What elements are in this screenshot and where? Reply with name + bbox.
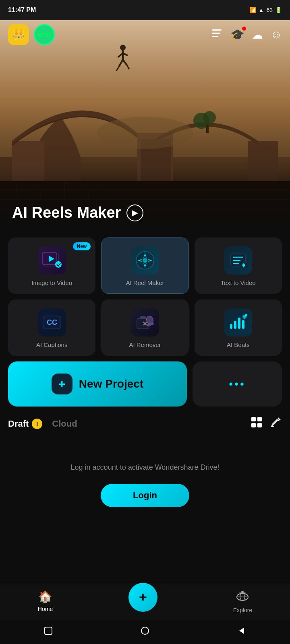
tool-label-ai-remover: AI Remover — [129, 341, 161, 348]
hero-title-text: AI Reels Maker — [12, 204, 121, 221]
crown-icon: 👑 — [12, 29, 25, 41]
svg-rect-60 — [234, 321, 236, 329]
hero-background — [0, 20, 290, 229]
menu-icon-button[interactable] — [210, 28, 223, 42]
explore-label: Explore — [233, 607, 252, 613]
tool-icon-image-to-video — [38, 246, 66, 275]
battery-label: 63 — [266, 7, 273, 13]
svg-point-73 — [241, 591, 244, 593]
explore-icon — [236, 589, 249, 605]
svg-point-38 — [55, 261, 62, 268]
tool-ai-beats[interactable]: AI Beats — [195, 299, 282, 356]
svg-rect-33 — [212, 36, 218, 37]
svg-rect-74 — [45, 627, 52, 634]
android-nav-bar — [0, 620, 290, 644]
svg-rect-32 — [212, 33, 220, 34]
nav-plus-icon: + — [139, 589, 147, 605]
tool-ai-captions[interactable]: CC AI Captions — [8, 299, 95, 356]
overlay-right-icons: 🎓 ☁ ☺ — [210, 28, 282, 42]
menu-lines-icon — [210, 28, 223, 39]
tool-ai-reel-maker[interactable]: AI Reel Maker — [101, 237, 188, 294]
profile-button[interactable]: ☺ — [270, 28, 282, 41]
timer-label: 02:51 — [37, 32, 51, 38]
nav-explore[interactable]: Explore — [233, 589, 252, 613]
wifi-icon: ▲ — [259, 7, 264, 13]
more-button[interactable]: ••• — [193, 361, 282, 407]
tool-icon-ai-remover — [131, 308, 159, 336]
status-right: 📶 ▲ 63 🔋 — [249, 7, 282, 13]
tools-grid: New Image to Video — [8, 237, 282, 356]
svg-marker-76 — [239, 627, 244, 634]
battery-icon: 🔋 — [275, 7, 282, 13]
tool-label-text-to-video: Text to Video — [221, 279, 255, 286]
tool-icon-ai-captions: CC — [38, 308, 66, 336]
status-bar: 11:47 PM 📶 ▲ 63 🔋 — [0, 0, 290, 20]
svg-rect-67 — [251, 423, 256, 427]
graduation-icon: 🎓 — [230, 29, 244, 41]
crown-button[interactable]: 👑 — [8, 24, 29, 45]
android-back-button[interactable] — [237, 626, 246, 638]
hero-illustration — [0, 20, 290, 229]
tool-label-image-to-video: Image to Video — [31, 279, 72, 286]
overlay-left-icons: 👑 02:51 — [8, 24, 55, 45]
tool-image-to-video[interactable]: New Image to Video — [8, 237, 95, 294]
home-label: Home — [38, 606, 53, 612]
tool-icon-ai-beats — [224, 308, 252, 336]
tool-icon-ai-reel-maker — [131, 246, 159, 275]
nav-create-button[interactable]: + — [128, 583, 157, 612]
svg-rect-65 — [251, 417, 256, 421]
notification-dot — [242, 27, 246, 31]
face-icon: ☺ — [270, 28, 282, 41]
login-message: Log in account to activate Wondershare D… — [71, 463, 220, 472]
login-area: Log in account to activate Wondershare D… — [8, 439, 282, 523]
status-time: 11:47 PM — [8, 6, 36, 14]
svg-rect-66 — [257, 417, 262, 421]
svg-rect-62 — [242, 320, 244, 329]
cloud-icon: ☁ — [252, 29, 263, 41]
svg-rect-68 — [257, 423, 262, 427]
notification-button[interactable]: 🎓 — [230, 28, 244, 41]
svg-rect-59 — [230, 324, 232, 329]
svg-rect-61 — [238, 318, 240, 329]
new-badge: New — [73, 242, 91, 250]
svg-point-75 — [141, 627, 149, 634]
bottom-nav: 🏠 Home + Explore — [0, 583, 290, 620]
tabs-right — [251, 416, 282, 431]
svg-rect-31 — [212, 29, 222, 31]
timer-button[interactable]: 02:51 — [34, 24, 55, 45]
new-project-text: New Project — [79, 378, 143, 390]
new-project-button[interactable]: + New Project — [8, 361, 187, 407]
hero-section: AI Reels Maker ▶ — [0, 20, 290, 229]
signal-icon: 📶 — [249, 7, 256, 13]
draft-tab-group: Draft ! — [8, 419, 42, 429]
tool-label-ai-reel-maker: AI Reel Maker — [126, 279, 164, 286]
tool-icon-text-to-video — [224, 246, 252, 275]
svg-text:CC: CC — [47, 318, 57, 326]
tool-label-ai-captions: AI Captions — [36, 341, 68, 348]
login-button[interactable]: Login — [101, 484, 189, 507]
new-project-plus-icon: + — [52, 374, 72, 394]
overlay-row: 👑 02:51 🎓 ☁ ☺ — [0, 20, 290, 49]
grid-view-icon[interactable] — [251, 416, 263, 431]
play-icon: ▶ — [132, 208, 138, 217]
tool-text-to-video[interactable]: Text to Video — [195, 237, 282, 294]
android-home-button[interactable] — [140, 626, 150, 638]
tool-ai-remover[interactable]: AI Remover — [101, 299, 188, 356]
tab-cloud[interactable]: Cloud — [52, 419, 77, 429]
tabs-row: Draft ! Cloud — [8, 416, 282, 431]
svg-rect-54 — [140, 316, 146, 319]
android-square-button[interactable] — [44, 626, 53, 638]
tool-label-ai-beats: AI Beats — [227, 341, 250, 348]
cloud-button[interactable]: ☁ — [252, 28, 263, 41]
draft-info-icon[interactable]: ! — [32, 419, 42, 429]
tabs-left: Draft ! Cloud — [8, 419, 77, 429]
hero-title[interactable]: AI Reels Maker ▶ — [12, 204, 143, 221]
main-content: New Image to Video — [0, 229, 290, 523]
svg-point-44 — [143, 258, 147, 263]
svg-line-69 — [271, 426, 274, 427]
tab-draft[interactable]: Draft — [8, 419, 29, 429]
nav-home[interactable]: 🏠 Home — [38, 590, 53, 612]
play-button[interactable]: ▶ — [126, 204, 143, 221]
edit-icon[interactable] — [270, 416, 282, 431]
bottom-tools-row: + New Project ••• — [8, 361, 282, 407]
